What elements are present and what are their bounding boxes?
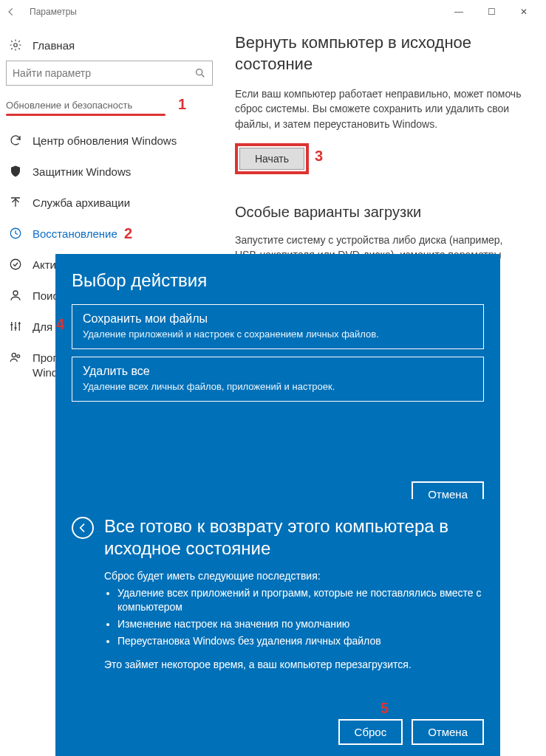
annotation-5: 5 bbox=[381, 700, 389, 717]
annotation-1: 1 bbox=[178, 96, 186, 113]
annotation-4: 4 bbox=[56, 316, 64, 333]
dialog-title: Выбор действия bbox=[72, 270, 484, 291]
titlebar: Параметры — ☐ ✕ bbox=[0, 0, 546, 24]
sidebar-item-label: Центр обновления Windows bbox=[33, 134, 177, 147]
reset-description: Если ваш компьютер работает неправильно,… bbox=[235, 86, 525, 131]
keep-files-option[interactable]: Сохранить мои файлы Удаление приложений … bbox=[72, 304, 484, 349]
close-button[interactable]: ✕ bbox=[508, 0, 540, 24]
back-icon[interactable] bbox=[72, 517, 94, 539]
svg-point-4 bbox=[13, 291, 18, 295]
option-description: Удаление всех личных файлов, приложений … bbox=[83, 381, 473, 392]
sidebar-item-label: Служба архивации bbox=[33, 196, 130, 209]
remove-everything-option[interactable]: Удалить все Удаление всех личных файлов,… bbox=[72, 357, 484, 402]
svg-point-6 bbox=[17, 355, 20, 358]
check-circle-icon bbox=[9, 258, 22, 271]
search-icon bbox=[194, 67, 206, 79]
reset-consequences-list: Удаление всех приложений и программ, кот… bbox=[104, 586, 484, 648]
cancel-button[interactable]: Отмена bbox=[412, 719, 484, 745]
sliders-icon bbox=[9, 320, 22, 333]
advanced-startup-title: Особые варианты загрузки bbox=[235, 204, 525, 221]
sidebar-item-label: Защитник Windows bbox=[33, 165, 131, 178]
search-placeholder: Найти параметр bbox=[13, 67, 194, 79]
svg-point-5 bbox=[12, 353, 16, 357]
maximize-button[interactable]: ☐ bbox=[475, 0, 508, 24]
sync-icon bbox=[9, 134, 22, 147]
arrow-up-icon bbox=[9, 196, 22, 209]
reset-note: Это займет некоторое время, а ваш компью… bbox=[104, 659, 484, 670]
sidebar-item-windows-update[interactable]: Центр обновления Windows bbox=[6, 125, 213, 156]
sidebar-item-label: Поис bbox=[33, 289, 58, 302]
list-item: Удаление всех приложений и программ, кот… bbox=[117, 586, 484, 614]
sidebar-item-label: Акти bbox=[33, 258, 56, 271]
reset-button[interactable]: Сброс bbox=[338, 719, 403, 745]
annotation-underline bbox=[6, 114, 165, 116]
list-item: Изменение настроек на значения по умолча… bbox=[117, 617, 484, 631]
option-description: Удаление приложений и настроек с сохране… bbox=[83, 329, 473, 340]
annotation-3: 3 bbox=[315, 148, 323, 165]
option-title: Удалить все bbox=[83, 365, 473, 378]
sidebar-home[interactable]: Главная bbox=[6, 34, 213, 61]
svg-point-1 bbox=[197, 69, 202, 75]
start-reset-button[interactable]: Начать bbox=[239, 148, 304, 170]
sidebar-category: Обновление и безопасность bbox=[6, 100, 134, 112]
sidebar-item-backup[interactable]: Служба архивации bbox=[6, 187, 213, 218]
sidebar-item-label: Прог Wind bbox=[33, 351, 58, 379]
annotation-box-3: Начать bbox=[235, 143, 309, 174]
ready-to-reset-dialog: Все готово к возврату этого компьютера в… bbox=[55, 499, 500, 756]
option-title: Сохранить мои файлы bbox=[83, 312, 473, 326]
history-icon bbox=[9, 227, 22, 240]
window-title: Параметры bbox=[30, 7, 77, 17]
sidebar-item-recovery[interactable]: Восстановление 2 bbox=[6, 218, 213, 249]
choose-action-dialog: Выбор действия Сохранить мои файлы Удале… bbox=[55, 254, 500, 520]
gear-icon bbox=[9, 38, 22, 52]
sidebar-item-label: Восстановление bbox=[33, 227, 117, 240]
minimize-button[interactable]: — bbox=[443, 0, 475, 24]
list-item: Переустановка Windows без удаления личны… bbox=[117, 634, 484, 648]
person-icon bbox=[9, 289, 22, 302]
reset-title: Вернуть компьютер в исходное состояние bbox=[235, 32, 525, 75]
dialog-title: Все готово к возврату этого компьютера в… bbox=[104, 515, 484, 560]
reset-consequences-intro: Сброс будет иметь следующие последствия: bbox=[104, 570, 484, 582]
people-icon bbox=[9, 351, 22, 364]
svg-point-0 bbox=[14, 44, 18, 47]
back-button[interactable] bbox=[6, 7, 21, 17]
shield-icon bbox=[9, 165, 22, 178]
sidebar-home-label: Главная bbox=[33, 39, 75, 52]
search-input[interactable]: Найти параметр bbox=[6, 61, 213, 86]
sidebar-item-defender[interactable]: Защитник Windows bbox=[6, 156, 213, 187]
annotation-2: 2 bbox=[124, 225, 132, 242]
svg-point-3 bbox=[10, 259, 21, 269]
